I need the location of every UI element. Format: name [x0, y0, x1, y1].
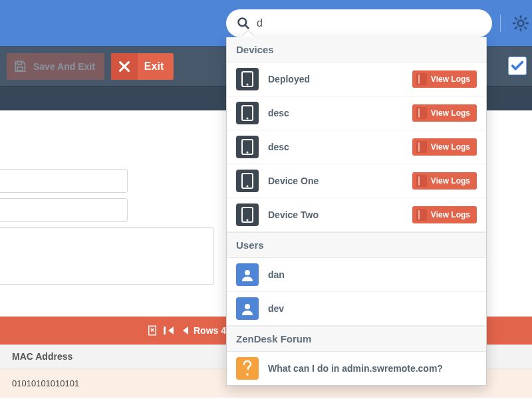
dropdown-section-devices: Devices [227, 37, 486, 63]
device-result[interactable]: Device Two View Logs [227, 198, 486, 232]
svg-point-17 [247, 118, 249, 120]
col-mac-address: MAC Address [12, 351, 72, 362]
device-result[interactable]: desc View Logs [227, 96, 486, 130]
svg-rect-11 [17, 62, 22, 65]
svg-point-21 [247, 186, 249, 188]
log-icon [416, 141, 427, 153]
device-result[interactable]: desc View Logs [227, 130, 486, 164]
exit-label: Exit [144, 61, 164, 72]
dropdown-section-users: Users [227, 232, 486, 258]
svg-point-24 [245, 270, 250, 275]
forum-label: What can I do in admin.swremote.com? [268, 363, 477, 374]
search-icon [237, 17, 250, 30]
text-input-2[interactable] [0, 198, 128, 222]
user-result[interactable]: dev [227, 292, 486, 326]
device-icon [236, 136, 259, 158]
device-icon [236, 203, 259, 226]
device-label: Device Two [268, 209, 412, 220]
svg-point-25 [245, 304, 250, 309]
svg-line-10 [524, 17, 526, 19]
check-icon [510, 59, 525, 73]
svg-line-1 [245, 25, 249, 29]
question-icon [236, 357, 259, 380]
top-separator [500, 15, 501, 32]
svg-point-19 [247, 152, 249, 154]
textarea-input[interactable] [0, 227, 214, 285]
dropdown-section-forum: ZenDesk Forum [227, 326, 486, 352]
view-logs-button[interactable]: View Logs [412, 206, 477, 223]
view-logs-button[interactable]: View Logs [412, 138, 477, 156]
save-icon [13, 60, 27, 73]
cell-mac-address: 01010101010101 [12, 378, 79, 388]
device-label: desc [268, 142, 412, 152]
user-label: dev [268, 303, 477, 314]
forum-result[interactable]: What can I do in admin.swremote.com? [227, 352, 486, 385]
pager-first-icon[interactable] [164, 327, 179, 334]
text-input-1[interactable] [0, 169, 128, 193]
user-icon [236, 263, 259, 286]
export-icon[interactable] [146, 325, 158, 336]
svg-rect-12 [17, 67, 23, 70]
log-icon [416, 107, 427, 119]
device-label: Device One [268, 176, 412, 186]
device-label: Deployed [268, 74, 412, 84]
svg-line-7 [515, 17, 517, 19]
log-icon [416, 209, 427, 221]
svg-line-8 [524, 27, 526, 29]
svg-point-23 [247, 219, 249, 221]
device-icon [236, 102, 259, 124]
close-icon [111, 53, 138, 80]
view-logs-button[interactable]: View Logs [412, 70, 477, 88]
checkbox-toggle[interactable] [508, 57, 527, 75]
svg-point-26 [246, 373, 249, 376]
device-icon [236, 68, 259, 90]
view-logs-button[interactable]: View Logs [412, 104, 477, 122]
svg-point-2 [518, 21, 524, 27]
save-label: Save And Exit [33, 61, 95, 72]
device-label: desc [268, 108, 412, 118]
log-icon [416, 73, 427, 85]
pager-prev-icon[interactable] [183, 327, 188, 334]
device-icon [236, 170, 259, 192]
user-result[interactable]: dan [227, 258, 486, 292]
search-dropdown: Devices Deployed View Logs desc View Log… [226, 37, 487, 386]
search-box[interactable] [226, 9, 492, 37]
svg-line-9 [515, 27, 517, 29]
save-and-exit-button: Save And Exit [7, 53, 104, 80]
device-result[interactable]: Deployed View Logs [227, 63, 486, 96]
svg-point-15 [247, 84, 249, 86]
user-icon [236, 297, 259, 320]
search-input[interactable] [257, 17, 481, 29]
exit-button[interactable]: Exit [111, 53, 174, 80]
view-logs-button[interactable]: View Logs [412, 172, 477, 190]
device-result[interactable]: Device One View Logs [227, 164, 486, 198]
log-icon [416, 175, 427, 187]
gear-icon[interactable] [512, 15, 529, 32]
user-label: dan [268, 269, 477, 280]
